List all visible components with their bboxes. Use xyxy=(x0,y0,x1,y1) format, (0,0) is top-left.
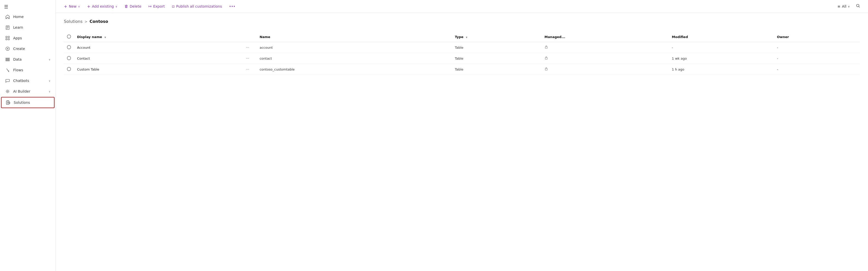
row-radio-1[interactable] xyxy=(67,56,71,60)
sidebar-item-solutions-label: Solutions xyxy=(14,101,50,105)
delete-label: Delete xyxy=(130,4,142,8)
row-actions-0: ··· xyxy=(241,42,256,53)
row-managed-1 xyxy=(541,53,669,64)
sidebar-item-create[interactable]: Create xyxy=(1,44,55,54)
row-ellipsis-0[interactable]: ··· xyxy=(244,45,251,50)
row-display-name-2[interactable]: Custom Table xyxy=(74,64,241,75)
sidebar-item-apps-label: Apps xyxy=(13,36,51,40)
row-modified-0: - xyxy=(669,42,774,53)
breadcrumb-solutions-link[interactable]: Solutions xyxy=(64,19,83,24)
add-existing-label: Add existing xyxy=(92,4,114,8)
delete-button[interactable]: 🗑 Delete xyxy=(121,3,145,10)
new-plus-icon: + xyxy=(64,4,67,9)
aibuilder-chevron-icon: ∨ xyxy=(49,90,51,93)
content-area: Solutions > Contoso Display name ∨ Name xyxy=(56,13,868,271)
solutions-icon xyxy=(6,100,11,105)
delete-icon: 🗑 xyxy=(124,4,128,9)
data-chevron-icon: ∨ xyxy=(49,58,51,61)
apps-icon xyxy=(5,35,10,40)
lock-icon-0 xyxy=(545,45,548,50)
svg-point-14 xyxy=(7,90,8,92)
publish-button[interactable]: ⊡ Publish all customizations xyxy=(169,3,225,10)
filter-dropdown[interactable]: ≡ All ∨ xyxy=(835,3,852,10)
row-check-2[interactable] xyxy=(64,64,74,75)
row-owner-1: - xyxy=(774,53,860,64)
solutions-table: Display name ∨ Name Type ∨ Managed... xyxy=(64,32,860,75)
search-button[interactable] xyxy=(853,2,863,11)
row-owner-2: - xyxy=(774,64,860,75)
more-button[interactable]: ••• xyxy=(226,3,239,10)
filter-lines-icon: ≡ xyxy=(838,4,841,8)
aibuilder-icon xyxy=(5,89,10,94)
table-header-type[interactable]: Type ∨ xyxy=(452,32,541,42)
svg-rect-19 xyxy=(9,102,10,104)
row-ellipsis-1[interactable]: ··· xyxy=(244,56,251,61)
display-name-sort-icon: ∨ xyxy=(104,36,106,38)
row-type-1: Table xyxy=(452,53,541,64)
sidebar-item-learn[interactable]: Learn xyxy=(1,22,55,32)
publish-icon: ⊡ xyxy=(172,5,175,8)
sidebar-item-data-label: Data xyxy=(13,57,45,61)
sidebar-item-learn-label: Learn xyxy=(13,25,51,29)
sidebar-item-aibuilder[interactable]: AI Builder ∨ xyxy=(1,86,55,97)
flows-icon xyxy=(5,67,10,73)
svg-rect-23 xyxy=(545,58,547,59)
new-label: New xyxy=(69,4,76,8)
row-ellipsis-2[interactable]: ··· xyxy=(244,66,251,72)
svg-rect-11 xyxy=(6,58,9,59)
table-header-actions xyxy=(241,32,256,42)
main-content: + New ∨ + Add existing ∨ 🗑 Delete ↦ Expo… xyxy=(56,0,868,271)
sidebar-item-flows-label: Flows xyxy=(13,68,51,72)
svg-rect-6 xyxy=(6,38,7,40)
svg-rect-13 xyxy=(6,60,9,61)
sidebar-item-home-label: Home xyxy=(13,15,51,19)
row-managed-0 xyxy=(541,42,669,53)
sidebar-item-chatbots[interactable]: Chatbots ∨ xyxy=(1,76,55,86)
sidebar-item-aibuilder-label: AI Builder xyxy=(13,89,45,93)
svg-rect-4 xyxy=(6,36,7,37)
sidebar-item-flows[interactable]: Flows xyxy=(1,65,55,75)
home-icon xyxy=(5,14,10,19)
filter-label: All xyxy=(842,4,846,8)
chatbots-chevron-icon: ∨ xyxy=(49,79,51,82)
row-owner-0: - xyxy=(774,42,860,53)
add-existing-plus-icon: + xyxy=(87,4,90,9)
table-header-display-name[interactable]: Display name ∨ xyxy=(74,32,241,42)
table-header-name: Name xyxy=(256,32,452,42)
add-existing-button[interactable]: + Add existing ∨ xyxy=(84,3,120,10)
sidebar-item-solutions[interactable]: Solutions xyxy=(1,97,55,108)
table-header-managed: Managed... xyxy=(541,32,669,42)
breadcrumb-current: Contoso xyxy=(90,19,108,24)
row-display-name-1[interactable]: Contact xyxy=(74,53,241,64)
learn-icon xyxy=(5,25,10,30)
row-radio-0[interactable] xyxy=(67,45,71,49)
select-all-radio[interactable] xyxy=(67,34,71,38)
row-type-2: Table xyxy=(452,64,541,75)
table-header-check xyxy=(64,32,74,42)
sidebar-item-apps[interactable]: Apps xyxy=(1,33,55,43)
row-type-0: Table xyxy=(452,42,541,53)
sidebar-toggle-button[interactable]: ☰ xyxy=(0,0,56,11)
table-row: Contact ··· contact Table 1 wk ago - xyxy=(64,53,860,64)
sidebar-item-home[interactable]: Home xyxy=(1,12,55,22)
search-icon xyxy=(856,4,860,9)
breadcrumb: Solutions > Contoso xyxy=(64,19,860,24)
svg-point-20 xyxy=(857,4,859,7)
create-icon xyxy=(5,46,10,51)
new-button[interactable]: + New ∨ xyxy=(61,3,83,10)
table-header-owner: Owner xyxy=(774,32,860,42)
row-display-name-0[interactable]: Account xyxy=(74,42,241,53)
lock-icon-2 xyxy=(545,67,548,72)
row-radio-2[interactable] xyxy=(67,67,71,71)
row-check-0[interactable] xyxy=(64,42,74,53)
sidebar-item-data[interactable]: Data ∨ xyxy=(1,54,55,64)
export-label: Export xyxy=(153,4,165,8)
export-button[interactable]: ↦ Export xyxy=(146,3,168,10)
row-name-0: account xyxy=(256,42,452,53)
more-icon: ••• xyxy=(229,4,236,8)
row-check-1[interactable] xyxy=(64,53,74,64)
row-name-1: contact xyxy=(256,53,452,64)
row-managed-2 xyxy=(541,64,669,75)
row-modified-2: 1 h ago xyxy=(669,64,774,75)
svg-rect-7 xyxy=(8,38,9,40)
